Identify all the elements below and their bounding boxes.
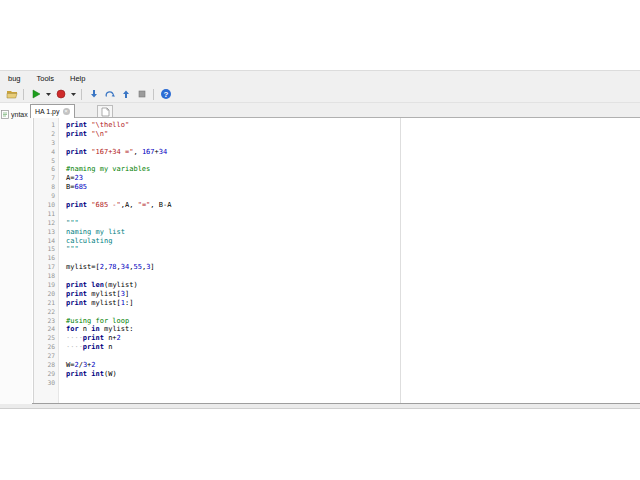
line-number: 17 <box>34 263 59 272</box>
toolbar-separator <box>23 89 24 100</box>
line-number: 16 <box>34 254 59 263</box>
code-text: ····print n <box>59 343 112 352</box>
record-button[interactable] <box>53 87 68 101</box>
menu-item-help[interactable]: Help <box>62 71 93 86</box>
line-number: 4 <box>34 148 59 157</box>
code-line: 13naming my list <box>34 228 640 237</box>
menu-item-bug[interactable]: bug <box>0 71 29 86</box>
line-number: 10 <box>34 201 59 210</box>
line-number: 19 <box>34 281 59 290</box>
code-line: 21print mylist[1:] <box>34 299 640 308</box>
code-text <box>59 139 66 148</box>
left-panel-header[interactable]: yntax <box>0 103 32 119</box>
code-line: 4print "167+34 =", 167+34 <box>34 148 640 157</box>
toolbar-separator <box>153 89 154 100</box>
code-line: 22 <box>34 308 640 317</box>
code-line: 20print mylist[3] <box>34 290 640 299</box>
toolbar: ? <box>0 86 640 103</box>
code-text: B=685 <box>59 183 87 192</box>
code-line: 28W=2/3+2 <box>34 361 640 370</box>
code-line: 19print len(mylist) <box>34 281 640 290</box>
tab-ha1py[interactable]: HA 1.py × <box>30 104 75 118</box>
code-text: A=23 <box>59 174 83 183</box>
code-text: #naming my variables <box>59 165 150 174</box>
line-number: 29 <box>34 370 59 379</box>
code-line: 7A=23 <box>34 174 640 183</box>
code-text <box>59 308 66 317</box>
code-line: 24for n in mylist: <box>34 325 640 334</box>
tab-new-file[interactable] <box>97 105 113 117</box>
code-line: 27 <box>34 352 640 361</box>
line-number: 26 <box>34 343 59 352</box>
code-line: 16 <box>34 254 640 263</box>
step-out-icon <box>120 88 132 100</box>
code-line: 23#using for loop <box>34 317 640 326</box>
code-text <box>59 254 66 263</box>
code-text: print "\thello" <box>59 121 129 130</box>
line-number: 1 <box>34 121 59 130</box>
code-text: print "685 -",A, "=", B-A <box>59 201 171 210</box>
open-file-icon <box>6 88 18 100</box>
code-text: print len(mylist) <box>59 281 138 290</box>
code-text: W=2/3+2 <box>59 361 96 370</box>
code-line: 9 <box>34 192 640 201</box>
stop-button[interactable] <box>134 87 149 101</box>
code-text: """ <box>59 219 79 228</box>
step-out-button[interactable] <box>118 87 133 101</box>
menu-item-tools[interactable]: Tools <box>29 71 63 86</box>
code-text <box>59 210 66 219</box>
stop-icon <box>136 88 148 100</box>
line-number: 5 <box>34 157 59 166</box>
open-file-button[interactable] <box>4 87 19 101</box>
line-number: 20 <box>34 290 59 299</box>
line-number: 15 <box>34 245 59 254</box>
run-button[interactable] <box>28 87 43 101</box>
record-icon <box>55 88 67 100</box>
new-file-icon <box>101 107 110 117</box>
code-text: naming my list <box>59 228 125 237</box>
line-number: 2 <box>34 130 59 139</box>
code-text: print mylist[3] <box>59 290 129 299</box>
code-line: 15""" <box>34 245 640 254</box>
close-icon[interactable]: × <box>63 108 70 115</box>
step-into-button[interactable] <box>86 87 101 101</box>
line-number: 9 <box>34 192 59 201</box>
line-number: 13 <box>34 228 59 237</box>
line-number: 8 <box>34 183 59 192</box>
code-line: 5 <box>34 157 640 166</box>
code-text: for n in mylist: <box>59 325 133 334</box>
code-text <box>59 157 66 166</box>
code-line: 26····print n <box>34 343 640 352</box>
run-dropdown-button[interactable] <box>44 87 52 101</box>
line-number: 22 <box>34 308 59 317</box>
line-number: 3 <box>34 139 59 148</box>
code-text: print "167+34 =", 167+34 <box>59 148 167 157</box>
line-number: 27 <box>34 352 59 361</box>
code-text: print int(W) <box>59 370 117 379</box>
tab-label: HA 1.py <box>35 108 60 115</box>
line-number: 7 <box>34 174 59 183</box>
code-text: print mylist[1:] <box>59 299 133 308</box>
step-over-button[interactable] <box>102 87 117 101</box>
line-number: 28 <box>34 361 59 370</box>
step-over-icon <box>104 88 116 100</box>
code-text <box>59 192 66 201</box>
help-button[interactable]: ? <box>158 87 173 101</box>
horizontal-scrollbar[interactable] <box>0 403 640 409</box>
left-panel-label: yntax <box>11 111 28 118</box>
line-number: 23 <box>34 317 59 326</box>
line-number: 11 <box>34 210 59 219</box>
code-line: 8B=685 <box>34 183 640 192</box>
line-number: 14 <box>34 237 59 246</box>
code-text <box>59 272 66 281</box>
code-editor[interactable]: 1print "\thello"2print "\n"34print "167+… <box>33 118 640 403</box>
menu-bar: bugToolsHelp <box>0 70 640 86</box>
line-number: 25 <box>34 334 59 343</box>
run-icon <box>30 88 42 100</box>
line-number: 30 <box>34 379 59 388</box>
code-text: print "\n" <box>59 130 108 139</box>
toolbar-separator <box>81 89 82 100</box>
code-line: 30 <box>34 379 640 388</box>
record-dropdown-button[interactable] <box>69 87 77 101</box>
panel-icon <box>1 110 9 119</box>
